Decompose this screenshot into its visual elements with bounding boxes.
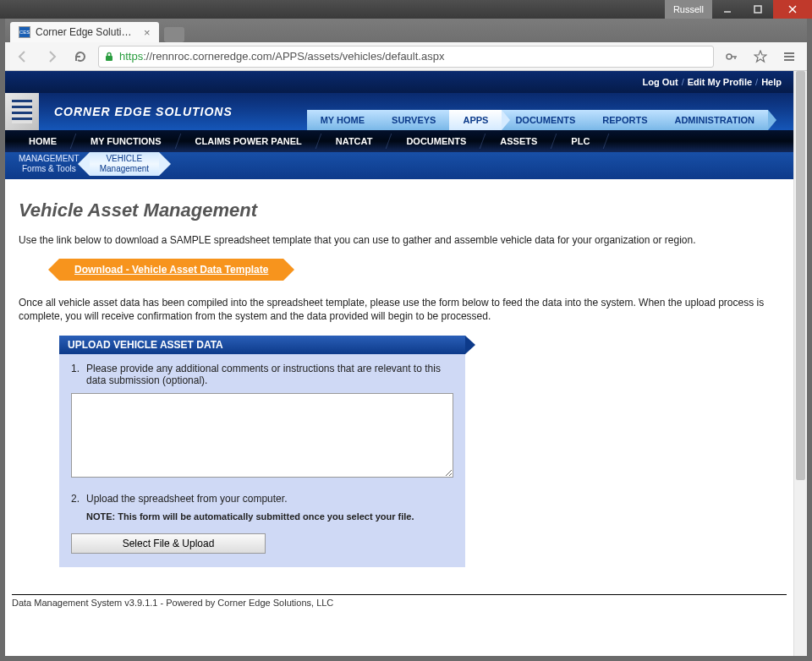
window-close-button[interactable] <box>773 0 812 19</box>
os-user-label: Russell <box>665 0 712 19</box>
window-minimize-button[interactable] <box>712 0 743 19</box>
window-titlebar: Russell <box>0 0 812 19</box>
svg-rect-1 <box>754 6 761 13</box>
window-maximize-button[interactable] <box>743 0 773 19</box>
